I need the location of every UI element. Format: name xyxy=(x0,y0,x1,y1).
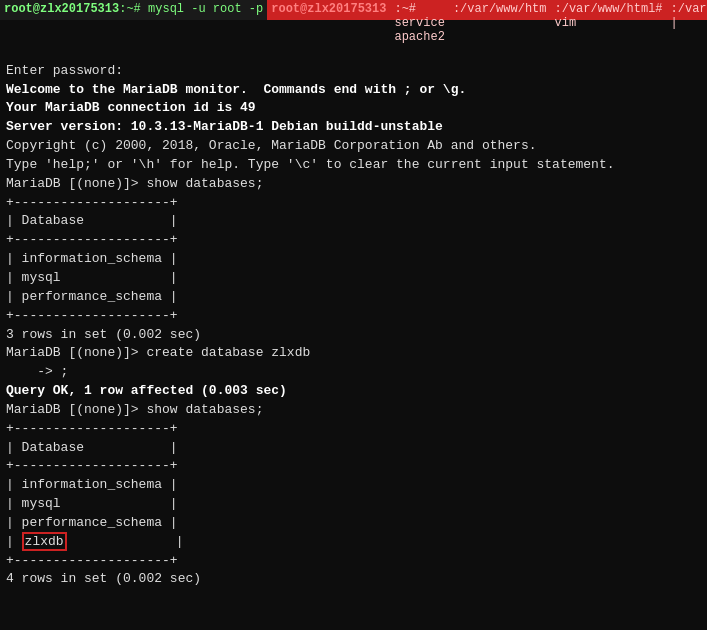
terminal-line: | information_schema | xyxy=(6,476,701,495)
terminal-line: +--------------------+ xyxy=(6,420,701,439)
terminal-line: 4 rows in set (0.002 sec) xyxy=(6,570,701,589)
terminal-line: 3 rows in set (0.002 sec) xyxy=(6,326,701,345)
terminal-line: MariaDB [(none)]> show databases; xyxy=(6,401,701,420)
terminal-line: +--------------------+ xyxy=(6,231,701,250)
top-right-cmd2: :/var/www/htm xyxy=(453,2,547,18)
top-right-area: root@zlx20175313 :~# service apache2 :/v… xyxy=(267,0,707,20)
terminal-line: Type 'help;' or '\h' for help. Type '\c'… xyxy=(6,156,701,175)
top-right-cmd3: :/var/www/html# vim xyxy=(555,2,663,18)
terminal-line: Enter password: xyxy=(6,62,701,81)
terminal-line: Copyright (c) 2000, 2018, Oracle, MariaD… xyxy=(6,137,701,156)
terminal-line: Server version: 10.3.13-MariaDB-1 Debian… xyxy=(6,118,701,137)
terminal-content: Enter password:Welcome to the MariaDB mo… xyxy=(0,20,707,593)
terminal-line: | Database | xyxy=(6,439,701,458)
terminal-line: +--------------------+ xyxy=(6,307,701,326)
terminal-line: | information_schema | xyxy=(6,250,701,269)
terminal-line: | Database | xyxy=(6,212,701,231)
zlxdb-highlight: zlxdb xyxy=(22,532,67,551)
terminal-line: MariaDB [(none)]> show databases; xyxy=(6,175,701,194)
terminal-line: | performance_schema | xyxy=(6,288,701,307)
top-right-cmd4: :/var/www/html# | xyxy=(671,2,707,18)
terminal-line: Welcome to the MariaDB monitor. Commands… xyxy=(6,81,701,100)
terminal-line: +--------------------+ xyxy=(6,457,701,476)
terminal-line: -> ; xyxy=(6,363,701,382)
top-bar: root@zlx20175313:~# mysql -u root -p roo… xyxy=(0,0,707,20)
terminal-line: | mysql | xyxy=(6,495,701,514)
top-right-user: root@zlx20175313 xyxy=(271,2,386,18)
terminal-line: Query OK, 1 row affected (0.003 sec) xyxy=(6,382,701,401)
top-right-cmd1: :~# service apache2 xyxy=(394,2,444,18)
terminal-line: +--------------------+ xyxy=(6,194,701,213)
terminal-line: Your MariaDB connection id is 49 xyxy=(6,99,701,118)
top-left-prompt: root@zlx20175313:~# mysql -u root -p xyxy=(0,0,267,20)
terminal-line: MariaDB [(none)]> create database zlxdb xyxy=(6,344,701,363)
terminal-line: | mysql | xyxy=(6,269,701,288)
terminal-window: root@zlx20175313:~# mysql -u root -p roo… xyxy=(0,0,707,630)
terminal-line: +--------------------+ xyxy=(6,552,701,571)
terminal-line: | performance_schema | xyxy=(6,514,701,533)
top-left-cmd: :~# mysql -u root -p xyxy=(119,2,263,16)
top-left-user: root@zlx20175313 xyxy=(4,2,119,16)
terminal-line: | zlxdb | xyxy=(6,533,701,552)
